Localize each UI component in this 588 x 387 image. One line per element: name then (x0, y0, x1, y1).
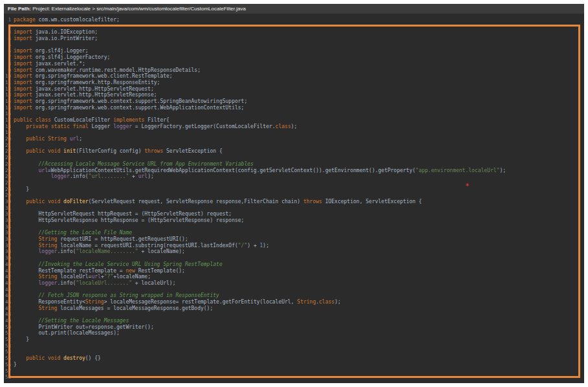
code-area[interactable]: package com.wm.customlocalefilter;import… (12, 17, 584, 383)
code-line[interactable] (14, 343, 584, 349)
line-number[interactable]: 58 (4, 374, 11, 381)
line-number[interactable]: 22 (4, 148, 11, 155)
code-line[interactable]: HttpServletResponse httpResponse = (Http… (14, 217, 584, 224)
line-number[interactable]: 37 (4, 243, 11, 249)
line-number[interactable]: 3 (4, 29, 11, 36)
code-line[interactable] (14, 142, 584, 149)
line-number[interactable]: 34 (4, 224, 11, 230)
code-line[interactable]: ResponseEntity<String> localeMessageResp… (14, 299, 584, 305)
line-number[interactable]: 19 (4, 129, 11, 136)
code-line[interactable]: public void doFilter(ServletRequest requ… (14, 199, 584, 205)
code-line[interactable] (14, 111, 584, 117)
code-line[interactable] (14, 349, 584, 355)
code-line[interactable]: import org.slf4j.LoggerFactory; (14, 54, 584, 61)
line-number[interactable]: 9 (4, 67, 11, 74)
code-line[interactable]: public String url; (14, 136, 584, 142)
code-line[interactable]: String localeMessages = localeMessageRes… (14, 305, 584, 312)
line-number[interactable]: 16 (4, 111, 11, 117)
code-line[interactable] (14, 23, 584, 30)
code-line[interactable]: import com.wavemaker.runtime.rest.model.… (14, 67, 584, 74)
code-line[interactable]: } (14, 337, 584, 343)
code-line[interactable]: //Getting the Locale File Name (14, 230, 584, 236)
code-line[interactable] (14, 155, 584, 161)
line-number[interactable]: 45 (4, 293, 11, 299)
line-number[interactable]: 17 (4, 117, 11, 124)
line-number[interactable]: 42 (4, 274, 11, 280)
line-number[interactable]: 28 (4, 186, 11, 193)
line-number[interactable]: 14 (4, 98, 11, 105)
code-line[interactable]: String localeName = requestURI.substring… (14, 243, 584, 249)
line-number[interactable]: 56 (4, 362, 11, 368)
line-number[interactable]: 55 (4, 355, 11, 362)
line-number[interactable]: 27 (4, 180, 11, 186)
code-line[interactable]: HttpServletRequest httpRequest = (HttpSe… (14, 211, 584, 217)
code-line[interactable]: private static final Logger logger = Log… (14, 124, 584, 130)
line-number[interactable]: 35 (4, 230, 11, 236)
line-number[interactable]: 50 (4, 324, 11, 331)
code-line[interactable]: import javax.servlet.*; (14, 61, 584, 67)
code-line[interactable]: out.print(localeMessages); (14, 330, 584, 337)
line-number[interactable]: 23 (4, 155, 11, 161)
code-line[interactable]: logger.info("localeUrl......." + localeU… (14, 280, 584, 287)
code-line[interactable] (14, 287, 584, 293)
code-line[interactable]: import javax.servlet.http.HttpServletRes… (14, 92, 584, 98)
line-number[interactable]: 10 (4, 73, 11, 80)
line-number[interactable]: 7 (4, 54, 11, 61)
code-line[interactable]: import java.io.IOException; (14, 29, 584, 36)
code-line[interactable]: import org.springframework.web.client.Re… (14, 73, 584, 80)
line-number[interactable]: 15 (4, 105, 11, 111)
code-line[interactable]: //Invoking the Locale Service URL Using … (14, 261, 584, 268)
code-line[interactable]: PrintWriter out=response.getWriter(); (14, 324, 584, 331)
line-number[interactable]: 18 (4, 124, 11, 130)
line-number[interactable]: 8 (4, 61, 11, 67)
code-line[interactable]: public class CustomLocaleFilter implemen… (14, 117, 584, 124)
line-number[interactable]: 1 (4, 17, 11, 23)
line-number[interactable]: 46 (4, 299, 11, 305)
line-number[interactable]: 39 (4, 255, 11, 261)
code-line[interactable] (14, 180, 584, 186)
code-line[interactable] (14, 311, 584, 318)
line-number[interactable]: 30 (4, 199, 11, 205)
code-line[interactable]: //Setting the Locale Messages (14, 318, 584, 324)
code-line[interactable]: // Fetch JSON response as String wrapped… (14, 293, 584, 299)
code-line[interactable]: } (14, 186, 584, 193)
line-number[interactable]: 54 (4, 349, 11, 355)
line-number[interactable]: 2 (4, 23, 11, 30)
code-line[interactable]: String requestURI = httpRequest.getReque… (14, 236, 584, 243)
line-number[interactable]: 33 (4, 217, 11, 224)
code-line[interactable]: import org.springframework.http.Response… (14, 80, 584, 86)
code-line[interactable]: url=WebApplicationContextUtils.getRequir… (14, 168, 584, 174)
code-line[interactable] (14, 192, 584, 199)
code-line[interactable]: RestTemplate restTemplate = new RestTemp… (14, 268, 584, 274)
code-line[interactable] (14, 255, 584, 261)
code-line[interactable]: } (14, 362, 584, 368)
code-line[interactable]: //Accessing Locale Message Service URL f… (14, 161, 584, 168)
line-number[interactable]: 57 (4, 368, 11, 375)
line-number[interactable]: 25 (4, 168, 11, 174)
line-number[interactable]: 48 (4, 311, 11, 318)
line-number[interactable]: 11 (4, 80, 11, 86)
code-line[interactable]: public void destroy() {} (14, 355, 584, 362)
code-line[interactable]: String localeUrl=url+"?"+localeName; (14, 274, 584, 280)
code-line[interactable]: package com.wm.customlocalefilter; (14, 17, 584, 23)
line-number[interactable]: 24 (4, 161, 11, 168)
code-line[interactable] (14, 374, 584, 381)
line-number[interactable]: 32 (4, 211, 11, 217)
line-number[interactable]: 47 (4, 305, 11, 312)
code-line[interactable] (14, 224, 584, 230)
code-line[interactable] (14, 205, 584, 212)
code-line[interactable]: public void init(FilterConfig config) th… (14, 148, 584, 155)
code-line[interactable]: import javax.servlet.http.HttpServletReq… (14, 86, 584, 93)
code-line[interactable]: import java.io.PrintWriter; (14, 36, 584, 42)
code-line[interactable]: import org.springframework.web.context.s… (14, 105, 584, 111)
line-number[interactable]: 21 (4, 142, 11, 149)
line-number[interactable]: 38 (4, 249, 11, 255)
line-number[interactable]: 40 (4, 261, 11, 268)
line-number[interactable]: 13 (4, 92, 11, 98)
code-line[interactable] (14, 368, 584, 375)
line-number[interactable]: 41 (4, 268, 11, 274)
code-line[interactable]: import org.slf4j.Logger; (14, 48, 584, 54)
line-number[interactable]: 51 (4, 330, 11, 337)
code-line[interactable]: logger.info("localeName........" + local… (14, 249, 584, 255)
line-number[interactable]: 31 (4, 205, 11, 212)
